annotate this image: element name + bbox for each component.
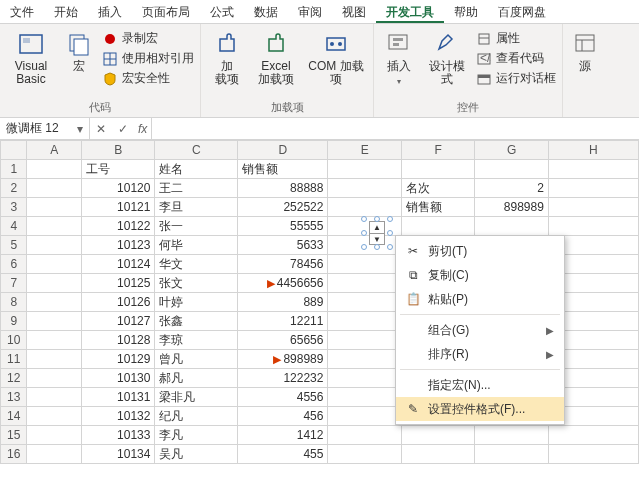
row-header[interactable]: 12 [1, 369, 27, 388]
row-header[interactable]: 6 [1, 255, 27, 274]
properties-button[interactable]: 属性 [476, 30, 556, 47]
row-header[interactable]: 5 [1, 236, 27, 255]
run-dialog-button[interactable]: 运行对话框 [476, 70, 556, 87]
row-header[interactable]: 15 [1, 426, 27, 445]
cell[interactable] [27, 198, 82, 217]
cell[interactable] [27, 388, 82, 407]
cell[interactable] [27, 179, 82, 198]
cell[interactable]: 10123 [81, 236, 154, 255]
cell[interactable] [328, 312, 401, 331]
cell[interactable]: 78456 [238, 255, 328, 274]
source-button[interactable]: 源 [569, 26, 601, 73]
col-header-A[interactable]: A [27, 141, 82, 160]
tab-插入[interactable]: 插入 [88, 0, 132, 23]
tab-开发工具[interactable]: 开发工具 [376, 0, 444, 23]
cell[interactable] [27, 331, 82, 350]
cancel-icon[interactable]: ✕ [90, 122, 112, 136]
cell[interactable]: 何毕 [155, 236, 238, 255]
cell[interactable]: 2 [475, 179, 548, 198]
cell[interactable]: 曾凡 [155, 350, 238, 369]
chevron-down-icon[interactable]: ▾ [77, 122, 83, 136]
cell[interactable] [401, 217, 474, 236]
fx-icon[interactable]: fx [134, 122, 151, 136]
cell[interactable]: 销售额 [401, 198, 474, 217]
cell[interactable]: 88888 [238, 179, 328, 198]
name-box[interactable]: 微调框 12▾ [0, 118, 90, 139]
cell[interactable] [328, 274, 401, 293]
cell[interactable] [328, 407, 401, 426]
menu-copy[interactable]: ⧉复制(C) [396, 263, 564, 287]
spin-button-control[interactable]: ▲▼ [362, 217, 392, 249]
cell[interactable] [328, 426, 401, 445]
excel-addins-button[interactable]: Excel 加载项 [253, 26, 299, 86]
menu-assign-macro[interactable]: 指定宏(N)... [396, 373, 564, 397]
cell[interactable]: 李凡 [155, 426, 238, 445]
tab-开始[interactable]: 开始 [44, 0, 88, 23]
cell[interactable] [328, 160, 401, 179]
cell[interactable]: 张鑫 [155, 312, 238, 331]
cell[interactable] [328, 293, 401, 312]
visual-basic-button[interactable]: Visual Basic [6, 26, 56, 86]
col-header-F[interactable]: F [401, 141, 474, 160]
row-header[interactable]: 13 [1, 388, 27, 407]
cell[interactable]: 10134 [81, 445, 154, 464]
cell[interactable]: 456 [238, 407, 328, 426]
cell[interactable] [401, 160, 474, 179]
row-header[interactable]: 7 [1, 274, 27, 293]
cell[interactable]: 65656 [238, 331, 328, 350]
cell[interactable]: 10124 [81, 255, 154, 274]
record-macro-button[interactable]: 录制宏 [102, 30, 194, 47]
cell[interactable]: 122232 [238, 369, 328, 388]
cell[interactable]: 55555 [238, 217, 328, 236]
cell[interactable]: 10121 [81, 198, 154, 217]
cell[interactable]: 王二 [155, 179, 238, 198]
tab-页面布局[interactable]: 页面布局 [132, 0, 200, 23]
menu-cut[interactable]: ✂剪切(T) [396, 239, 564, 263]
cell[interactable]: 10126 [81, 293, 154, 312]
cell[interactable] [328, 179, 401, 198]
check-icon[interactable]: ✓ [112, 122, 134, 136]
cell[interactable]: 郝凡 [155, 369, 238, 388]
cell[interactable]: 李旦 [155, 198, 238, 217]
cell[interactable]: 10122 [81, 217, 154, 236]
cell[interactable]: 5633 [238, 236, 328, 255]
cell[interactable]: 吴凡 [155, 445, 238, 464]
cell[interactable] [27, 274, 82, 293]
cell[interactable] [27, 369, 82, 388]
row-header[interactable]: 10 [1, 331, 27, 350]
com-addins-button[interactable]: COM 加载项 [305, 26, 367, 86]
view-code-button[interactable]: </>查看代码 [476, 50, 556, 67]
cell[interactable]: 工号 [81, 160, 154, 179]
cell[interactable] [27, 426, 82, 445]
cell[interactable]: 4556 [238, 388, 328, 407]
cell[interactable]: ▶898989 [238, 350, 328, 369]
cell[interactable] [27, 445, 82, 464]
cell[interactable] [401, 426, 474, 445]
cell[interactable] [328, 331, 401, 350]
cell[interactable]: 10128 [81, 331, 154, 350]
row-header[interactable]: 3 [1, 198, 27, 217]
cell[interactable] [548, 198, 638, 217]
cell[interactable]: 889 [238, 293, 328, 312]
design-mode-button[interactable]: 设计模式 [424, 26, 470, 86]
cell[interactable]: 纪凡 [155, 407, 238, 426]
insert-control-button[interactable]: 插入▾ [380, 26, 418, 88]
cell[interactable]: 名次 [401, 179, 474, 198]
row-header[interactable]: 8 [1, 293, 27, 312]
tab-文件[interactable]: 文件 [0, 0, 44, 23]
col-header-B[interactable]: B [81, 141, 154, 160]
cell[interactable]: 华文 [155, 255, 238, 274]
row-header[interactable]: 9 [1, 312, 27, 331]
col-header-H[interactable]: H [548, 141, 638, 160]
row-header[interactable]: 11 [1, 350, 27, 369]
cell[interactable] [328, 350, 401, 369]
row-header[interactable]: 4 [1, 217, 27, 236]
cell[interactable] [27, 312, 82, 331]
cell[interactable] [328, 369, 401, 388]
cell[interactable] [27, 255, 82, 274]
cell[interactable]: 姓名 [155, 160, 238, 179]
row-header[interactable]: 16 [1, 445, 27, 464]
cell[interactable]: 10127 [81, 312, 154, 331]
tab-帮助[interactable]: 帮助 [444, 0, 488, 23]
col-header-E[interactable]: E [328, 141, 401, 160]
